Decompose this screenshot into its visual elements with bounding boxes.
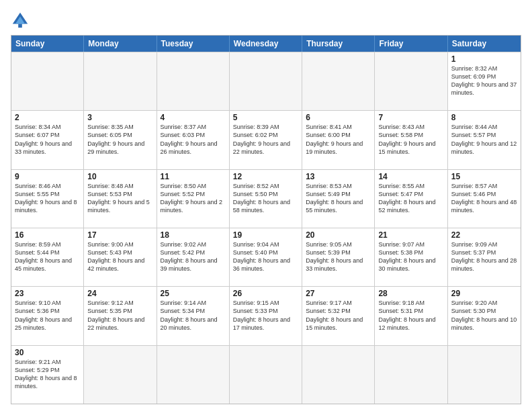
svg-rect-2	[18, 24, 22, 28]
day-number: 28	[378, 289, 443, 298]
day-number: 10	[87, 172, 152, 181]
cell-info: Sunrise: 8:50 AM Sunset: 5:52 PM Dayligh…	[161, 182, 226, 215]
calendar-cell: 27Sunrise: 9:17 AM Sunset: 5:32 PM Dayli…	[302, 287, 375, 345]
calendar-cell	[448, 346, 521, 404]
calendar-cell	[375, 52, 447, 110]
header-day-sunday: Sunday	[11, 36, 84, 52]
day-number: 15	[451, 172, 517, 181]
cell-info: Sunrise: 9:21 AM Sunset: 5:29 PM Dayligh…	[15, 358, 80, 391]
calendar-cell: 20Sunrise: 9:05 AM Sunset: 5:39 PM Dayli…	[302, 228, 375, 286]
cell-info: Sunrise: 8:32 AM Sunset: 6:09 PM Dayligh…	[451, 64, 517, 97]
calendar-cell: 4Sunrise: 8:37 AM Sunset: 6:03 PM Daylig…	[157, 111, 230, 169]
calendar-cell: 11Sunrise: 8:50 AM Sunset: 5:52 PM Dayli…	[157, 170, 230, 228]
calendar-cell: 28Sunrise: 9:18 AM Sunset: 5:31 PM Dayli…	[375, 287, 447, 345]
calendar-cell: 23Sunrise: 9:10 AM Sunset: 5:36 PM Dayli…	[11, 287, 84, 345]
header-day-friday: Friday	[375, 36, 447, 52]
cell-info: Sunrise: 8:34 AM Sunset: 6:07 PM Dayligh…	[15, 123, 80, 156]
calendar-cell: 17Sunrise: 9:00 AM Sunset: 5:43 PM Dayli…	[84, 228, 157, 286]
calendar-cell: 1Sunrise: 8:32 AM Sunset: 6:09 PM Daylig…	[448, 52, 521, 110]
cell-info: Sunrise: 8:44 AM Sunset: 5:57 PM Dayligh…	[451, 123, 517, 156]
day-number: 20	[306, 230, 371, 240]
calendar-cell: 6Sunrise: 8:41 AM Sunset: 6:00 PM Daylig…	[302, 111, 375, 169]
calendar-cell: 14Sunrise: 8:55 AM Sunset: 5:47 PM Dayli…	[375, 170, 447, 228]
calendar-cell: 13Sunrise: 8:53 AM Sunset: 5:49 PM Dayli…	[302, 170, 375, 228]
calendar-cell: 29Sunrise: 9:20 AM Sunset: 5:30 PM Dayli…	[448, 287, 521, 345]
header	[11, 11, 521, 30]
header-day-tuesday: Tuesday	[157, 36, 230, 52]
calendar-cell	[230, 52, 302, 110]
cell-info: Sunrise: 8:37 AM Sunset: 6:03 PM Dayligh…	[161, 123, 226, 156]
cell-info: Sunrise: 9:17 AM Sunset: 5:32 PM Dayligh…	[306, 299, 371, 332]
day-number: 12	[233, 172, 298, 181]
calendar-cell: 8Sunrise: 8:44 AM Sunset: 5:57 PM Daylig…	[448, 111, 521, 169]
calendar-cell: 21Sunrise: 9:07 AM Sunset: 5:38 PM Dayli…	[375, 228, 447, 286]
day-number: 23	[15, 289, 80, 298]
calendar-cell: 15Sunrise: 8:57 AM Sunset: 5:46 PM Dayli…	[448, 170, 521, 228]
cell-info: Sunrise: 9:15 AM Sunset: 5:33 PM Dayligh…	[233, 299, 298, 332]
logo	[11, 11, 32, 30]
cell-info: Sunrise: 9:12 AM Sunset: 5:35 PM Dayligh…	[87, 299, 152, 332]
calendar-cell: 2Sunrise: 8:34 AM Sunset: 6:07 PM Daylig…	[11, 111, 84, 169]
day-number: 9	[15, 172, 80, 181]
calendar: SundayMondayTuesdayWednesdayThursdayFrid…	[11, 35, 521, 404]
day-number: 30	[15, 348, 80, 357]
header-day-wednesday: Wednesday	[230, 36, 302, 52]
day-number: 21	[378, 230, 443, 240]
day-number: 26	[233, 289, 298, 298]
calendar-cell: 25Sunrise: 9:14 AM Sunset: 5:34 PM Dayli…	[157, 287, 230, 345]
cell-info: Sunrise: 9:10 AM Sunset: 5:36 PM Dayligh…	[15, 299, 80, 332]
calendar-week-1: 1Sunrise: 8:32 AM Sunset: 6:09 PM Daylig…	[11, 52, 521, 110]
day-number: 25	[161, 289, 226, 298]
calendar-week-6: 30Sunrise: 9:21 AM Sunset: 5:29 PM Dayli…	[11, 345, 521, 404]
calendar-cell: 3Sunrise: 8:35 AM Sunset: 6:05 PM Daylig…	[84, 111, 157, 169]
calendar-cell: 9Sunrise: 8:46 AM Sunset: 5:55 PM Daylig…	[11, 170, 84, 228]
day-number: 22	[451, 230, 517, 240]
calendar-week-3: 9Sunrise: 8:46 AM Sunset: 5:55 PM Daylig…	[11, 169, 521, 228]
day-number: 29	[451, 289, 517, 298]
cell-info: Sunrise: 9:05 AM Sunset: 5:39 PM Dayligh…	[306, 240, 371, 273]
day-number: 24	[87, 289, 152, 298]
calendar-body: 1Sunrise: 8:32 AM Sunset: 6:09 PM Daylig…	[11, 52, 521, 404]
cell-info: Sunrise: 9:20 AM Sunset: 5:30 PM Dayligh…	[451, 299, 517, 332]
calendar-cell: 19Sunrise: 9:04 AM Sunset: 5:40 PM Dayli…	[230, 228, 302, 286]
cell-info: Sunrise: 9:00 AM Sunset: 5:43 PM Dayligh…	[87, 240, 152, 273]
day-number: 8	[451, 113, 517, 122]
calendar-cell: 26Sunrise: 9:15 AM Sunset: 5:33 PM Dayli…	[230, 287, 302, 345]
cell-info: Sunrise: 8:39 AM Sunset: 6:02 PM Dayligh…	[233, 123, 298, 156]
calendar-week-5: 23Sunrise: 9:10 AM Sunset: 5:36 PM Dayli…	[11, 286, 521, 345]
day-number: 6	[306, 113, 371, 122]
header-day-saturday: Saturday	[448, 36, 521, 52]
cell-info: Sunrise: 9:09 AM Sunset: 5:37 PM Dayligh…	[451, 240, 517, 273]
cell-info: Sunrise: 9:18 AM Sunset: 5:31 PM Dayligh…	[378, 299, 443, 332]
calendar-cell	[375, 346, 447, 404]
calendar-cell	[84, 346, 157, 404]
calendar-cell: 12Sunrise: 8:52 AM Sunset: 5:50 PM Dayli…	[230, 170, 302, 228]
calendar-cell	[157, 346, 230, 404]
day-number: 13	[306, 172, 371, 181]
cell-info: Sunrise: 8:59 AM Sunset: 5:44 PM Dayligh…	[15, 240, 80, 273]
day-number: 19	[233, 230, 298, 240]
cell-info: Sunrise: 8:55 AM Sunset: 5:47 PM Dayligh…	[378, 182, 443, 215]
cell-info: Sunrise: 8:46 AM Sunset: 5:55 PM Dayligh…	[15, 182, 80, 215]
day-number: 16	[15, 230, 80, 240]
cell-info: Sunrise: 9:02 AM Sunset: 5:42 PM Dayligh…	[161, 240, 226, 273]
calendar-cell: 24Sunrise: 9:12 AM Sunset: 5:35 PM Dayli…	[84, 287, 157, 345]
cell-info: Sunrise: 8:57 AM Sunset: 5:46 PM Dayligh…	[451, 182, 517, 215]
day-number: 1	[451, 54, 517, 64]
calendar-cell	[302, 52, 375, 110]
calendar-cell	[84, 52, 157, 110]
calendar-week-2: 2Sunrise: 8:34 AM Sunset: 6:07 PM Daylig…	[11, 110, 521, 169]
day-number: 17	[87, 230, 152, 240]
calendar-cell	[230, 346, 302, 404]
day-number: 7	[378, 113, 443, 122]
day-number: 18	[161, 230, 226, 240]
page: SundayMondayTuesdayWednesdayThursdayFrid…	[0, 0, 532, 411]
cell-info: Sunrise: 8:35 AM Sunset: 6:05 PM Dayligh…	[87, 123, 152, 156]
calendar-cell: 7Sunrise: 8:43 AM Sunset: 5:58 PM Daylig…	[375, 111, 447, 169]
calendar-week-4: 16Sunrise: 8:59 AM Sunset: 5:44 PM Dayli…	[11, 228, 521, 286]
logo-icon	[11, 11, 30, 30]
cell-info: Sunrise: 8:41 AM Sunset: 6:00 PM Dayligh…	[306, 123, 371, 156]
header-day-thursday: Thursday	[302, 36, 375, 52]
calendar-cell: 10Sunrise: 8:48 AM Sunset: 5:53 PM Dayli…	[84, 170, 157, 228]
calendar-header: SundayMondayTuesdayWednesdayThursdayFrid…	[11, 36, 521, 52]
